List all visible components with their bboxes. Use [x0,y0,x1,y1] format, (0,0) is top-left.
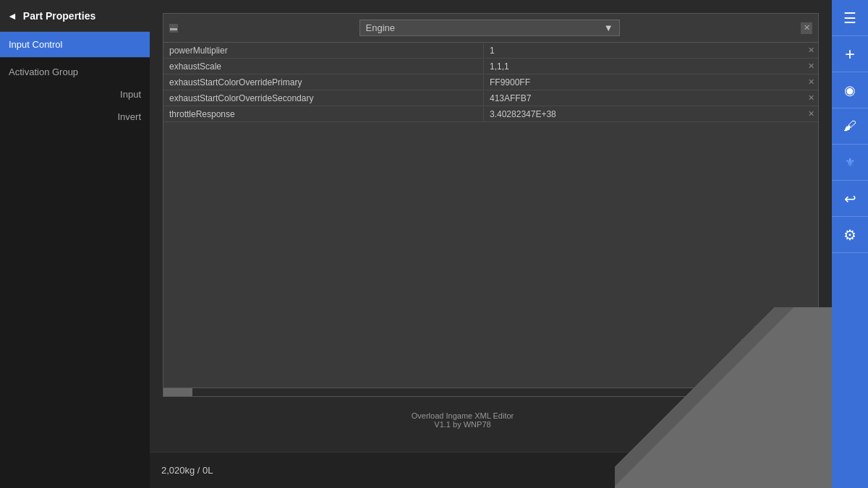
scroll-track[interactable] [163,388,818,396]
table-cell-key: exhaustStartColorOverrideSecondary [163,91,484,106]
resize-icon: ⇲ [814,435,822,445]
delete-row-button[interactable]: ✕ [804,92,818,104]
table-cell-value: 1 [484,43,804,58]
delete-row-button[interactable]: ✕ [804,60,818,72]
footer-area: Overload Ingame XML Editor V1.1 by WNP78… [156,404,826,433]
delete-icon: ✕ [808,61,814,71]
table-row[interactable]: powerMultiplier 1 ✕ [163,43,818,59]
footer-credit: Overload Ingame XML Editor V1.1 by WNP78 [158,411,767,429]
logo-button[interactable]: ⚜ [832,145,868,181]
menu-button[interactable]: ☰ [832,0,868,36]
add-icon: + [845,44,855,64]
scroll-thumb[interactable] [163,388,192,396]
sidebar-item-input-control[interactable]: Input Control [0,32,150,58]
main-wrapper: ▬ Engine ▼ ✕ powerMultiplier 1 [150,0,868,488]
minimize-button[interactable]: ▬ [169,24,178,33]
xml-editor-wrapper: ▬ Engine ▼ ✕ powerMultiplier 1 [156,6,826,446]
delete-icon: ✕ [808,109,814,119]
weight-label: 2,020kg / 0L [161,465,213,476]
dropdown-arrow-icon: ▼ [604,22,613,33]
table-row[interactable]: throttleResponse 3.40282347E+38 ✕ [163,106,818,122]
confirm-button[interactable]: ✓ [767,407,793,433]
resize-handle[interactable]: ⇲ [156,433,826,446]
table-cell-value: 1,1,1 [484,59,804,74]
engine-dropdown[interactable]: Engine ▼ [359,20,620,36]
add-button[interactable]: + [832,36,868,72]
paint-button[interactable]: 🖌 [832,108,868,145]
center-and-right: ▬ Engine ▼ ✕ powerMultiplier 1 [150,0,868,488]
cancel-button[interactable]: ✕ [797,407,823,433]
back-arrow-icon[interactable]: ◄ [7,10,17,22]
view-button[interactable]: ◉ [832,72,868,108]
credit-line1: Overload Ingame XML Editor [158,411,767,420]
sidebar-label-invert: Invert [0,106,150,128]
table-cell-key: exhaustScale [163,59,484,74]
sidebar-section-activation-group: Activation Group [0,58,150,83]
undo-icon: ↩ [844,190,856,207]
table-cell-value: 3.40282347E+38 [484,107,804,121]
dropdown-selected-value: Engine [366,22,395,33]
paint-icon: 🖌 [843,119,856,134]
table-cell-key: throttleResponse [163,107,484,121]
play-button[interactable]: ▶ [784,453,820,489]
variable-button[interactable]: ⌧ [744,456,780,485]
xml-editor-button[interactable]: </> [703,456,739,485]
delete-row-button[interactable]: ✕ [804,76,818,88]
table-row[interactable]: exhaustStartColorOverrideSecondary 413AF… [163,90,818,106]
dropdown-container: Engine ▼ [178,17,801,39]
eye-icon: ◉ [844,82,856,98]
table-cell-key: powerMultiplier [163,43,484,58]
delete-icon: ✕ [808,77,814,87]
left-sidebar: ◄ Part Properties Input Control Activati… [0,0,150,488]
table-cell-key: exhaustStartColorOverridePrimary [163,75,484,90]
table-cell-value: 413AFFB7 [484,91,804,106]
play-icon: ▶ [796,461,809,480]
properties-table: powerMultiplier 1 ✕ exhaustScale 1,1,1 ✕… [163,43,818,388]
undo-button[interactable]: ↩ [832,181,868,217]
settings-button[interactable]: ⚙ [832,217,868,253]
page-title: Part Properties [23,10,95,22]
part-properties-header: ◄ Part Properties [0,0,150,32]
sidebar-label-input: Input [0,83,150,106]
table-row[interactable]: exhaustStartColorOverridePrimary FF9900F… [163,74,818,90]
delete-icon: ✕ [808,93,814,103]
center-panel: ▬ Engine ▼ ✕ powerMultiplier 1 [150,0,832,488]
logo-icon: ⚜ [845,155,855,169]
delete-row-button[interactable]: ✕ [804,108,818,120]
xml-editor-panel: ▬ Engine ▼ ✕ powerMultiplier 1 [163,13,819,397]
menu-icon: ☰ [843,9,856,27]
footer-buttons: ✓ ✕ [767,407,823,433]
bottom-bar: 2,020kg / 0L </> ⌧ ▶ [150,452,832,488]
delete-icon: ✕ [808,46,814,55]
right-sidebar: ☰ + ◉ 🖌 ⚜ ↩ ⚙ [832,0,868,488]
bottom-right-buttons: </> ⌧ ▶ [703,453,820,489]
delete-row-button[interactable]: ✕ [804,44,818,56]
table-cell-value: FF9900FF [484,75,804,90]
settings-icon: ⚙ [843,226,856,244]
panel-header: ▬ Engine ▼ ✕ [163,14,818,43]
panel-close-button[interactable]: ✕ [801,22,812,34]
table-row[interactable]: exhaustScale 1,1,1 ✕ [163,59,818,74]
credit-line2: V1.1 by WNP78 [158,420,767,429]
